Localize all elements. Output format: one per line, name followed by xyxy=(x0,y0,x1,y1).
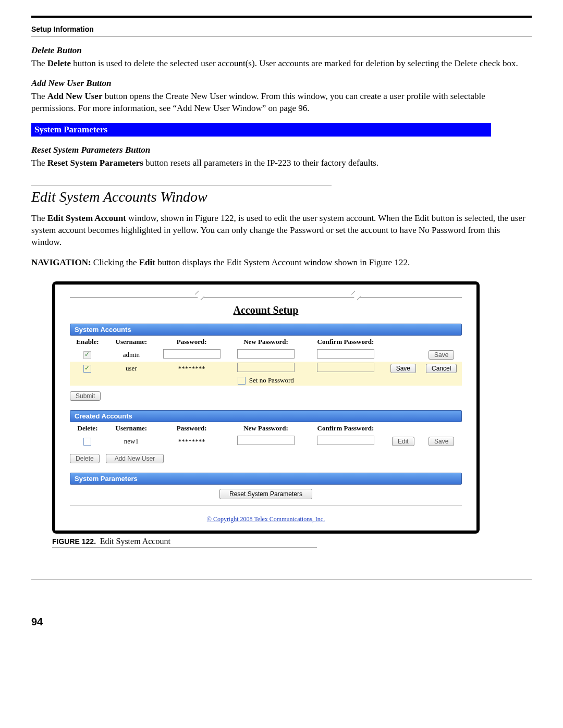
col-username: Username: xyxy=(105,422,157,435)
figure-caption: FIGURE 122. Edit System Account xyxy=(52,537,480,546)
section-bar-system-parameters: System Parameters xyxy=(31,123,491,137)
col-confirm-password: Confirm Password: xyxy=(305,336,385,348)
submit-button[interactable]: Submit xyxy=(70,391,101,401)
col-new-password: New Password: xyxy=(226,336,306,348)
table-row-highlighted: ✓ user ******** Save Cancel xyxy=(70,362,462,375)
para-navigation: NAVIGATION: Clicking the Edit button dis… xyxy=(31,257,532,269)
save-button[interactable]: Save xyxy=(429,350,454,360)
set-no-password-checkbox[interactable] xyxy=(238,377,246,385)
section-divider xyxy=(31,185,332,186)
figure-122: Account Setup System Accounts Enable: Us… xyxy=(52,281,480,548)
para-bold: Reset System Parameters xyxy=(47,158,143,168)
system-parameters-header: System Parameters xyxy=(70,473,462,485)
edit-button[interactable]: Edit xyxy=(392,437,414,446)
save-button[interactable]: Save xyxy=(429,437,454,446)
col-confirm-password: Confirm Password: xyxy=(305,422,385,435)
created-accounts-table: Delete: Username: Password: New Password… xyxy=(70,422,462,448)
table-row: new1 ******** Edit Save xyxy=(70,435,462,448)
new-password-input[interactable] xyxy=(237,349,295,359)
para-text: button is used to delete the selected us… xyxy=(71,58,518,68)
enable-checkbox[interactable]: ✓ xyxy=(83,351,91,359)
para-bold: Delete xyxy=(47,58,71,68)
figure-underline xyxy=(52,547,317,548)
para-edit-window-1: The Edit System Account window, shown in… xyxy=(31,213,532,249)
password-cell: ******** xyxy=(157,362,226,375)
col-delete: Delete: xyxy=(70,422,105,435)
top-border xyxy=(31,16,532,18)
table-header-row: Delete: Username: Password: New Password… xyxy=(70,422,462,435)
col-enable: Enable: xyxy=(70,336,105,348)
created-accounts-header: Created Accounts xyxy=(70,410,462,422)
set-no-password-row: Set no Password xyxy=(70,375,462,386)
system-accounts-table: Enable: Username: Password: New Password… xyxy=(70,336,462,386)
table-header-row: Enable: Username: Password: New Password… xyxy=(70,336,462,348)
save-button[interactable]: Save xyxy=(390,364,416,373)
document-page: Setup Information Delete Button The Dele… xyxy=(0,0,563,649)
page-number: 94 xyxy=(31,616,532,628)
heading-reset-sys-params: Reset System Parameters Button xyxy=(31,145,532,155)
table-row: ✓ admin Save xyxy=(70,348,462,362)
reset-system-parameters-button[interactable]: Reset System Parameters xyxy=(219,489,312,499)
para-text: The xyxy=(31,213,47,223)
password-cell: ******** xyxy=(157,435,226,448)
para-bold: Edit System Account xyxy=(47,213,126,223)
password-input[interactable] xyxy=(163,349,221,359)
para-delete-button: The Delete button is used to delete the … xyxy=(31,58,532,70)
enable-checkbox[interactable]: ✓ xyxy=(83,365,91,373)
nav-bold-edit: Edit xyxy=(139,257,155,267)
para-text: button resets all parameters in the IP-2… xyxy=(143,158,378,168)
heading-add-new-user: Add New User Button xyxy=(31,78,532,89)
heading-delete-button: Delete Button xyxy=(31,45,532,56)
set-no-password-label: Set no Password xyxy=(249,376,294,384)
top-notch-line xyxy=(70,294,462,301)
new-password-input[interactable] xyxy=(237,363,295,372)
confirm-password-input[interactable] xyxy=(317,363,374,372)
delete-checkbox[interactable] xyxy=(83,438,91,446)
para-reset-sys-params: The Reset System Parameters button reset… xyxy=(31,157,532,169)
username-cell: user xyxy=(105,362,157,375)
confirm-password-input[interactable] xyxy=(317,349,374,359)
add-new-user-button[interactable]: Add New User xyxy=(106,454,164,463)
new-password-input[interactable] xyxy=(237,436,295,445)
figure-content: Account Setup System Accounts Enable: Us… xyxy=(55,285,476,531)
confirm-password-input[interactable] xyxy=(317,436,374,445)
header-rule xyxy=(31,36,532,37)
heading-edit-system-accounts-window: Edit System Accounts Window xyxy=(31,189,532,205)
running-header: Setup Information xyxy=(31,25,532,33)
footer-rule xyxy=(31,579,532,579)
col-new-password: New Password: xyxy=(226,422,306,435)
username-cell: new1 xyxy=(105,435,157,448)
account-setup-title: Account Setup xyxy=(70,304,462,316)
para-add-new-user: The Add New User button opens the Create… xyxy=(31,91,532,115)
system-accounts-header: System Accounts xyxy=(70,324,462,336)
cancel-button[interactable]: Cancel xyxy=(426,364,457,373)
para-text: button displays the Edit System Account … xyxy=(155,257,410,267)
col-password: Password: xyxy=(157,336,226,348)
username-cell: admin xyxy=(105,348,157,362)
para-text: The xyxy=(31,58,47,68)
col-password: Password: xyxy=(157,422,226,435)
col-username: Username: xyxy=(105,336,157,348)
copyright-link[interactable]: © Copyright 2008 Telex Communications, I… xyxy=(70,515,462,523)
para-text: The xyxy=(31,158,47,168)
figure-caption-text: Edit System Account xyxy=(100,537,170,546)
delete-button[interactable]: Delete xyxy=(70,454,100,463)
para-bold: Add New User xyxy=(47,91,103,101)
figure-caption-number: FIGURE 122. xyxy=(52,537,96,546)
nav-label: NAVIGATION: xyxy=(31,257,91,267)
para-text: Clicking the xyxy=(91,257,139,267)
figure-frame: Account Setup System Accounts Enable: Us… xyxy=(52,281,480,534)
para-text: The xyxy=(31,91,47,101)
